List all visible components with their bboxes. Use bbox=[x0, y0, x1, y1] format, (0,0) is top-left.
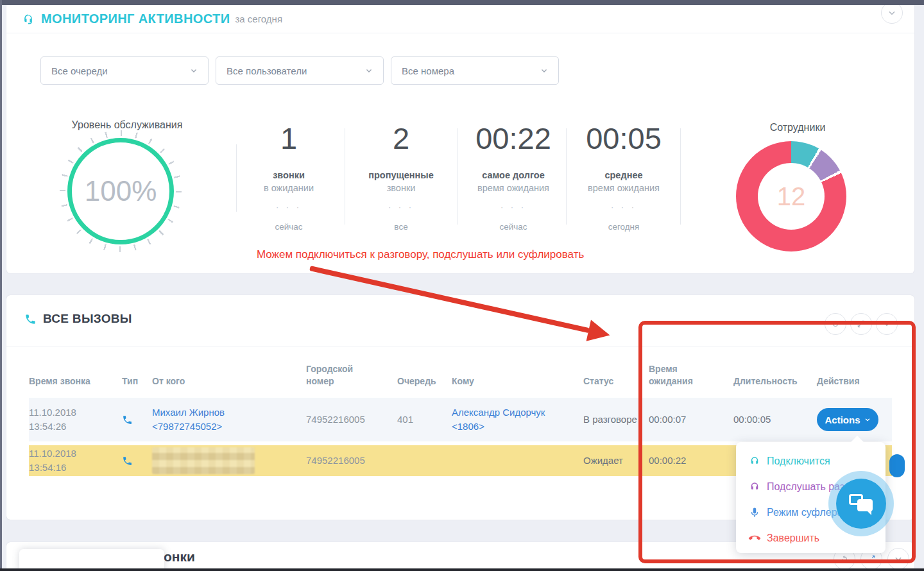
stat-period: сейчас bbox=[234, 222, 343, 232]
stat-label: самое долгое bbox=[459, 170, 568, 180]
stat-dots: · · · bbox=[459, 202, 568, 212]
call-duration: 00:00:05 bbox=[733, 413, 817, 427]
stat-missed-calls: 2 пропущенные звонки · · · все bbox=[346, 123, 456, 232]
col-header: Время звонка bbox=[29, 375, 122, 388]
queues-filter-value: Все очереди bbox=[51, 65, 108, 76]
caller-link[interactable]: Михаил Жирнов<79872745052> bbox=[152, 405, 306, 434]
stat-period: сейчас bbox=[459, 222, 568, 232]
col-header: Тип bbox=[122, 375, 152, 388]
col-header: Городской номер bbox=[306, 363, 397, 388]
table-header-row: Время звонка Тип От кого Городской номер… bbox=[29, 356, 892, 396]
headset-icon bbox=[22, 13, 35, 26]
numbers-filter-value: Все номера bbox=[402, 65, 454, 76]
employees-label: Сотрудники bbox=[708, 122, 887, 133]
col-header: Кому bbox=[452, 375, 583, 388]
microphone-icon bbox=[749, 507, 760, 518]
stat-average-wait: 00:05 среднее время ожидания · · · сегод… bbox=[569, 123, 678, 232]
window-left-edge bbox=[0, 0, 2, 568]
monitoring-header: МОНИТОРИНГ АКТИВНОСТИ за сегодня bbox=[6, 5, 914, 33]
service-level-gauge: 100% bbox=[60, 130, 182, 252]
stat-value: 00:22 bbox=[459, 123, 568, 153]
chat-bubble-icon bbox=[836, 479, 886, 529]
employees-donut-chart: 12 bbox=[736, 141, 846, 251]
annotation-text: Можем подключиться к разговору, подслуша… bbox=[257, 248, 584, 261]
col-header: Время ожидания bbox=[649, 363, 733, 388]
city-number: 74952216005 bbox=[306, 413, 397, 427]
wait-time: 00:00:07 bbox=[649, 413, 733, 427]
call-time: 13:54:16 bbox=[29, 462, 66, 473]
headset-icon bbox=[749, 456, 760, 467]
incoming-call-icon bbox=[122, 414, 152, 425]
section-title-partial: онки bbox=[164, 549, 195, 565]
overlapping-panel bbox=[19, 549, 164, 571]
page-title: МОНИТОРИНГ АКТИВНОСТИ bbox=[41, 12, 230, 26]
stat-label-2: время ожидания bbox=[569, 183, 678, 193]
service-level-value: 100% bbox=[85, 175, 157, 207]
stat-label: пропущенные bbox=[346, 170, 456, 180]
monitoring-section: МОНИТОРИНГ АКТИВНОСТИ за сегодня Все оче… bbox=[6, 5, 914, 273]
stat-value: 2 bbox=[346, 123, 456, 153]
window-top-edge bbox=[0, 0, 924, 5]
call-status: Ожидает bbox=[583, 454, 649, 468]
calls-title: ВСЕ ВЫЗОВЫ bbox=[43, 312, 132, 326]
stat-longest-wait: 00:22 самое долгое время ожидания · · · … bbox=[459, 123, 568, 232]
window-bottom-edge bbox=[0, 568, 924, 571]
queues-filter-dropdown[interactable]: Все очереди bbox=[40, 56, 209, 85]
chat-widget-button[interactable] bbox=[828, 471, 894, 536]
stat-period: сегодня bbox=[569, 222, 678, 232]
expand-button[interactable] bbox=[850, 313, 872, 335]
chevron-down-icon bbox=[540, 67, 548, 74]
employees-total: 12 bbox=[736, 141, 846, 251]
chevron-down-icon bbox=[365, 67, 373, 74]
divider bbox=[680, 128, 681, 225]
headset-icon bbox=[749, 481, 760, 493]
city-number: 74952216005 bbox=[306, 454, 397, 468]
gauge-ring: 100% bbox=[67, 138, 174, 244]
stat-value: 1 bbox=[234, 123, 343, 153]
table-row: 11.10.201813:54:26 Михаил Жирнов<7987274… bbox=[29, 398, 892, 441]
call-date: 11.10.2018 bbox=[29, 407, 76, 418]
users-filter-value: Все пользователи bbox=[227, 65, 307, 76]
divider bbox=[566, 128, 567, 225]
stat-dots: · · · bbox=[569, 202, 678, 212]
actions-button[interactable]: Actions bbox=[817, 408, 878, 431]
service-level-label: Уровень обслуживания bbox=[37, 119, 217, 131]
call-time: 13:54:26 bbox=[29, 421, 66, 432]
actions-button-partial[interactable] bbox=[889, 454, 905, 477]
stat-label-2: время ожидания bbox=[459, 183, 568, 193]
chevron-down-icon bbox=[864, 416, 871, 423]
incoming-call-icon bbox=[122, 456, 152, 466]
collapse-section-button[interactable] bbox=[876, 313, 898, 335]
col-header: Очередь bbox=[397, 375, 452, 388]
filters-row: Все очереди Все пользователи Все номера bbox=[40, 56, 559, 85]
callee-link[interactable]: Александр Сидорчук<1806> bbox=[452, 405, 583, 434]
users-filter-dropdown[interactable]: Все пользователи bbox=[216, 56, 384, 85]
queue-number: 401 bbox=[397, 413, 452, 427]
col-header: Статус bbox=[583, 375, 649, 388]
stat-label-2: звонки bbox=[346, 183, 456, 193]
chevron-down-icon bbox=[190, 67, 198, 74]
stat-value: 00:05 bbox=[569, 123, 678, 153]
divider bbox=[345, 128, 345, 225]
menu-item-connect[interactable]: Подключится bbox=[736, 448, 886, 474]
stat-dots: · · · bbox=[234, 202, 343, 212]
phone-icon bbox=[24, 313, 37, 325]
stat-period: все bbox=[346, 222, 456, 232]
call-date: 11.10.2018 bbox=[29, 448, 76, 459]
call-status: В разговоре bbox=[583, 413, 649, 427]
collapse-section-button[interactable] bbox=[887, 548, 909, 570]
divider bbox=[457, 128, 458, 225]
col-header: От кого bbox=[152, 375, 306, 388]
stat-label: среднее bbox=[569, 170, 678, 180]
stat-dots: · · · bbox=[346, 202, 456, 212]
page-subtitle: за сегодня bbox=[235, 13, 282, 24]
stat-label: звонки bbox=[234, 170, 343, 180]
numbers-filter-dropdown[interactable]: Все номера bbox=[391, 56, 559, 85]
refresh-button[interactable] bbox=[825, 313, 846, 335]
phone-down-icon bbox=[746, 530, 762, 546]
stat-label-2: в ожидании bbox=[234, 183, 343, 193]
col-header: Действия bbox=[817, 375, 891, 388]
wait-time: 00:00:22 bbox=[649, 454, 733, 468]
collapse-section-button[interactable] bbox=[881, 2, 903, 24]
col-header: Длительность bbox=[733, 375, 817, 388]
